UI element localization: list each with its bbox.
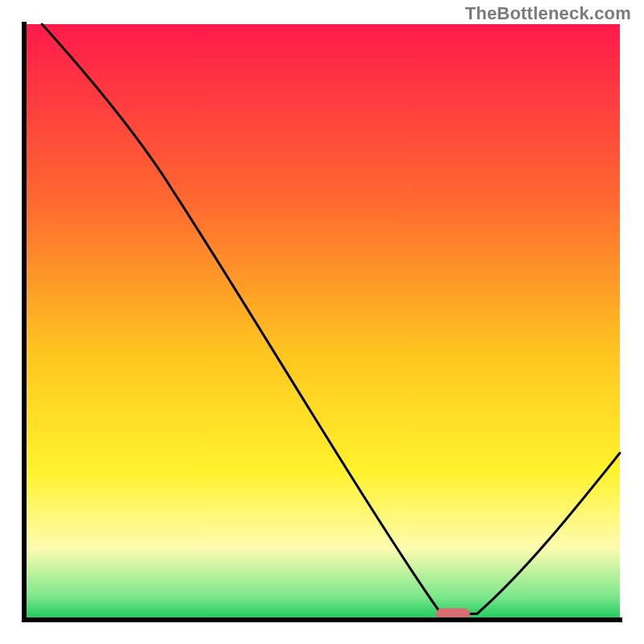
- chart-svg: [0, 0, 644, 644]
- chart-background: [24, 24, 620, 620]
- watermark-text: TheBottleneck.com: [465, 3, 631, 24]
- bottleneck-chart: TheBottleneck.com: [0, 0, 644, 644]
